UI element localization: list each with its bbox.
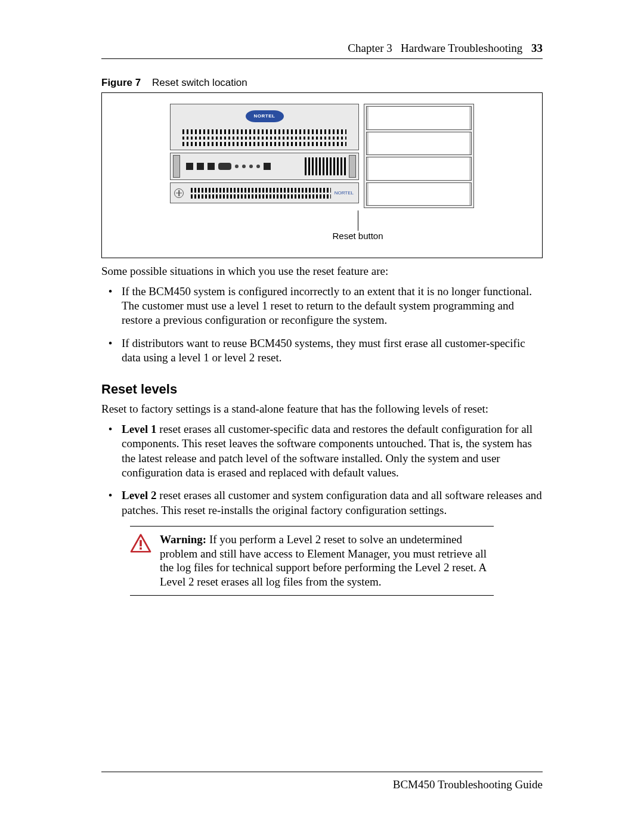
figure-caption: Figure 7 Reset switch location — [101, 77, 543, 89]
level-text: reset erases all customer and system con… — [122, 489, 542, 516]
list-item: Level 1 reset erases all customer-specif… — [118, 422, 543, 480]
svg-rect-2 — [140, 547, 142, 550]
section-heading-reset-levels: Reset levels — [101, 382, 543, 397]
chapter-label: Chapter 3 — [348, 42, 392, 54]
led-icon — [249, 165, 253, 168]
warning-label: Warning: — [160, 533, 206, 546]
list-item: If the BCM450 system is configured incor… — [118, 284, 543, 328]
led-icon — [235, 165, 239, 168]
warning-text: Warning: If you perform a Level 2 reset … — [160, 532, 494, 589]
device-drive-bays — [364, 104, 474, 208]
drive-bay — [366, 182, 472, 206]
vent-grid-icon — [305, 157, 346, 175]
chapter-title: Hardware Troubleshooting — [401, 42, 522, 54]
drive-bay — [366, 132, 472, 156]
section-intro: Reset to factory settings is a stand-alo… — [101, 402, 543, 416]
level-label: Level 1 — [122, 423, 157, 435]
figure-callout: Reset button — [332, 210, 383, 241]
drive-bay — [366, 106, 472, 130]
running-header: Chapter 3 Hardware Troubleshooting 33 — [101, 42, 543, 58]
rj-port-icon — [186, 163, 193, 170]
level-text: reset erases all customer-specific data … — [122, 423, 532, 479]
serial-port-icon — [218, 163, 231, 170]
header-rule — [101, 58, 543, 59]
figure-caption-text: Reset switch location — [152, 77, 247, 88]
screw-icon — [174, 188, 184, 198]
situations-list: If the BCM450 system is configured incor… — [101, 284, 543, 366]
port-cluster — [186, 159, 271, 174]
page-number: 33 — [531, 42, 543, 54]
figure-label: Figure 7 — [101, 77, 141, 88]
footer-doc-title: BCM450 Troubleshooting Guide — [393, 778, 543, 791]
rj-port-icon — [197, 163, 204, 170]
led-icon — [256, 165, 260, 168]
nortel-badge-icon: NORTEL — [246, 110, 284, 122]
warning-block: Warning: If you perform a Level 2 reset … — [130, 526, 494, 596]
figure-box: NORTEL — [101, 92, 543, 258]
callout-line-icon — [358, 210, 358, 231]
drive-bay — [366, 157, 472, 181]
rack-handle-icon — [173, 155, 180, 178]
device-panel-top: NORTEL — [170, 104, 359, 150]
levels-list: Level 1 reset erases all customer-specif… — [101, 422, 543, 518]
warning-body: If you perform a Level 2 reset to solve … — [160, 533, 487, 588]
device-illustration: NORTEL — [170, 104, 474, 208]
svg-rect-1 — [140, 540, 142, 547]
nortel-small-label: NORTEL — [335, 190, 354, 196]
callout-label: Reset button — [332, 231, 383, 241]
page-footer: BCM450 Troubleshooting Guide — [101, 772, 543, 791]
rj-port-icon — [208, 163, 215, 170]
rack-handle-icon — [349, 155, 356, 178]
list-item: Level 2 reset erases all customer and sy… — [118, 488, 543, 518]
device-panel-middle — [170, 153, 359, 180]
vent-grid-icon — [182, 129, 346, 146]
intro-paragraph: Some possible situations in which you us… — [101, 264, 543, 278]
rj-port-icon — [264, 163, 271, 170]
vent-grid-icon — [191, 188, 331, 199]
level-label: Level 2 — [122, 489, 157, 501]
warning-triangle-icon — [130, 534, 151, 553]
list-item: If distributors want to reuse BCM450 sys… — [118, 336, 543, 366]
device-front-panels: NORTEL — [170, 104, 359, 208]
led-icon — [242, 165, 246, 168]
device-panel-bottom: NORTEL — [170, 182, 359, 203]
